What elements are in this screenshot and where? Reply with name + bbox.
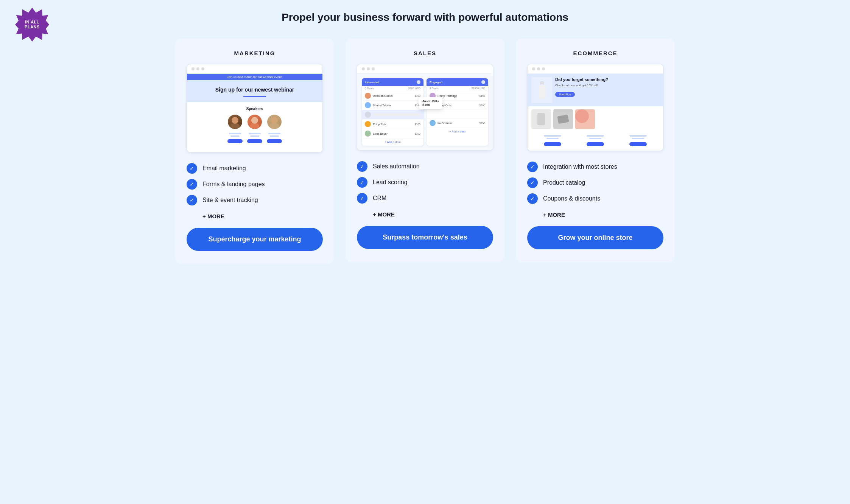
dot4 — [362, 67, 365, 70]
speaker-col-3 — [267, 133, 282, 143]
dot6 — [372, 67, 375, 70]
speaker-btn-1 — [227, 139, 243, 143]
sales-more-link[interactable]: + MORE — [357, 211, 493, 218]
speaker-col-1 — [228, 133, 242, 143]
deals-header-interested: Interested — [362, 78, 423, 86]
speakers-row — [195, 115, 315, 129]
ecommerce-text-area: Did you forget something? Check out now … — [555, 77, 659, 103]
ecommerce-cta-btn[interactable]: Shop Now — [555, 92, 575, 97]
speaker-col-2 — [248, 133, 262, 143]
check-icon-s1: ✓ — [357, 161, 367, 172]
sales-features-list: ✓ Sales automation ✓ Lead scoring ✓ CRM — [357, 161, 493, 204]
product-lines-col-3 — [629, 135, 647, 139]
add-deal-col2[interactable]: + Add a deal — [427, 128, 488, 135]
marketing-cta-button[interactable]: Supercharge your marketing — [187, 228, 323, 251]
dot1 — [191, 67, 195, 70]
avatar-deborah — [365, 93, 371, 99]
marketing-card-title: MARKETING — [187, 50, 323, 56]
deal-row-e3-empty — [427, 110, 488, 118]
check-icon-s2: ✓ — [357, 177, 367, 188]
check-icon-3: ✓ — [187, 195, 197, 205]
product-thumb-3 — [575, 109, 595, 129]
avatar-edna — [365, 131, 371, 137]
check-icon-e2: ✓ — [527, 177, 538, 188]
ecommerce-feature-1: ✓ Integration with most stores — [527, 162, 663, 172]
ecommerce-mockup-topbar — [528, 64, 663, 74]
deals-col-interested: Interested 5 Deals $900 USD Deborah Dani… — [362, 78, 423, 146]
marketing-speakers: Speakers — [187, 102, 322, 152]
speaker-btn-2 — [247, 139, 262, 143]
avatar-head-3 — [271, 117, 278, 124]
check-icon-2: ✓ — [187, 179, 197, 190]
product-thumb-2 — [553, 109, 573, 129]
gear-icon-engaged — [481, 80, 485, 84]
speaker-avatar-3 — [267, 115, 282, 129]
ecommerce-mockup: Did you forget something? Check out now … — [527, 64, 663, 151]
deals-meta-engaged: 3 Deals $1050 USD — [427, 86, 488, 91]
marketing-card: MARKETING Join us next month for our web… — [175, 39, 334, 264]
product-image — [531, 77, 552, 103]
marketing-hero-title: Sign up for our newest webinar — [195, 86, 315, 93]
check-icon-s3: ✓ — [357, 193, 367, 204]
bottle-body — [539, 85, 545, 99]
check-icon-e3: ✓ — [527, 193, 538, 204]
deals-col-engaged: Engaged 3 Deals $1050 USD Remy Partridge… — [427, 78, 488, 146]
tooltip-name: Justin Pitts — [422, 100, 439, 103]
deal-row-3-empty — [362, 110, 423, 120]
product-lines-row — [531, 135, 659, 139]
speaker-line-1a — [229, 133, 241, 134]
speaker-line-3b — [270, 135, 279, 137]
speaker-avatar-2 — [248, 115, 262, 129]
sales-cta-button[interactable]: Surpass tomorrow's sales — [357, 226, 493, 249]
ecommerce-subtitle: Check out now and get 15% off! — [555, 84, 659, 87]
sales-mockup-topbar — [357, 64, 493, 74]
product-btn-2 — [587, 142, 604, 146]
product-lines-col-2 — [587, 135, 604, 139]
dot5 — [367, 67, 370, 70]
sales-feature-2: ✓ Lead scoring — [357, 177, 493, 188]
dot8 — [537, 67, 540, 70]
sales-feature-3: ✓ CRM — [357, 193, 493, 204]
check-icon-e1: ✓ — [527, 162, 538, 172]
ecommerce-cta-button[interactable]: Grow your online store — [527, 226, 663, 249]
marketing-feature-1: ✓ Email marketing — [187, 163, 323, 174]
deal-row-4: Philip Ruiz $100 — [362, 120, 423, 129]
check-icon-1: ✓ — [187, 163, 197, 174]
deals-container: Interested 5 Deals $900 USD Deborah Dani… — [362, 78, 488, 146]
add-deal-col1[interactable]: + Add a deal — [362, 138, 423, 146]
deal-row-1: Deborah Daniel $100 — [362, 91, 423, 101]
avatar-philip — [365, 121, 371, 127]
product-line-3a — [629, 135, 647, 137]
speaker-line-1b — [230, 135, 240, 137]
sales-mockup: Interested 5 Deals $900 USD Deborah Dani… — [357, 64, 493, 151]
dot7 — [532, 67, 535, 70]
avatar-empty — [365, 112, 371, 118]
product-thumb-1 — [531, 109, 551, 129]
marketing-divider — [243, 96, 266, 97]
speaker-avatar-1 — [228, 115, 242, 129]
tooltip-card: Justin Pitts $160 — [419, 97, 442, 109]
bottle-neck — [540, 81, 544, 84]
ecommerce-bottom — [528, 132, 663, 151]
ecommerce-more-link[interactable]: + MORE — [527, 212, 663, 218]
sales-card: SALES Interested — [346, 39, 504, 262]
badge-text: IN ALLPLANS — [25, 20, 40, 30]
deals-meta-interested: 5 Deals $900 USD — [362, 86, 423, 91]
marketing-feature-3: ✓ Site & event tracking — [187, 195, 323, 205]
ecommerce-products-row — [528, 106, 663, 132]
all-plans-badge: IN ALLPLANS — [15, 8, 49, 42]
speakers-title: Speakers — [195, 107, 315, 111]
deals-header-engaged: Engaged — [427, 78, 488, 86]
marketing-hero: Sign up for our newest webinar — [187, 80, 322, 102]
product-line-2a — [587, 135, 604, 137]
avatar-body-1 — [230, 123, 240, 129]
sales-feature-1: ✓ Sales automation — [357, 161, 493, 172]
deal-row-5: Edna Boyer $100 — [362, 129, 423, 138]
marketing-more-link[interactable]: + MORE — [187, 213, 323, 219]
avatar-head-1 — [232, 117, 238, 124]
dot9 — [542, 67, 545, 70]
marketing-features-list: ✓ Email marketing ✓ Forms & landing page… — [187, 163, 323, 205]
ecommerce-top-bar: Did you forget something? Check out now … — [528, 74, 663, 106]
marketing-notification-bar: Join us next month for our webinar event… — [187, 74, 322, 80]
ecommerce-card-title: ECOMMERCE — [527, 50, 663, 56]
